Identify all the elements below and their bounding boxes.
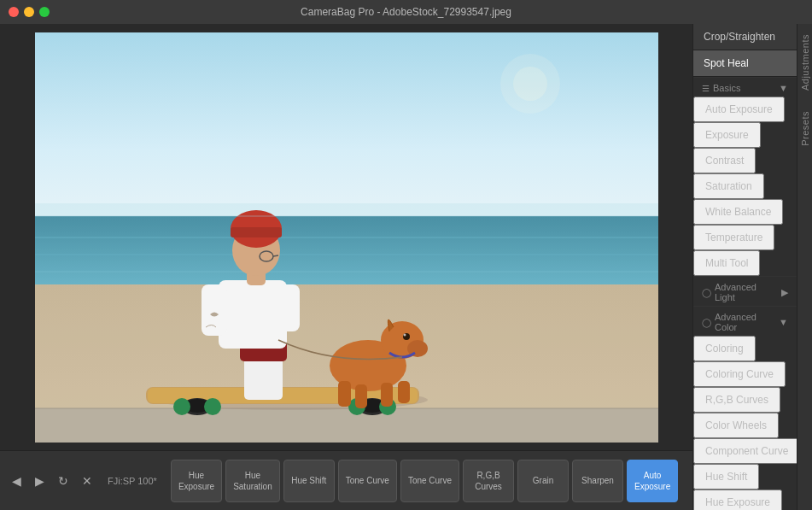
spot-heal-button[interactable]: Spot Heal [693,50,797,77]
svg-rect-29 [231,227,282,237]
presets-tab[interactable]: Presets [797,101,812,156]
close-edit-button[interactable]: ✕ [77,471,97,491]
adj-item[interactable]: Multi Tool [693,250,760,276]
svg-rect-24 [202,284,227,336]
svg-line-31 [273,255,278,256]
adj-scroll[interactable]: ☰ Basics ▼ Auto ExposureExposureContrast… [693,77,797,510]
svg-rect-23 [219,280,287,349]
adj-item[interactable]: Saturation [693,173,764,199]
adv-color-expand-icon: ▼ [779,317,788,327]
right-panel: Crop/Straighten Spot Heal ☰ Basics ▼ Aut… [692,24,812,510]
window-title: CameraBag Pro - AdobeStock_72993547.jpeg [301,6,511,18]
forward-button[interactable]: ▶ [30,471,50,491]
basics-expand-icon: ▼ [779,83,788,93]
preset-button-7[interactable]: Sharpen [572,460,623,502]
svg-rect-0 [35,32,658,229]
refresh-button[interactable]: ↻ [53,471,73,491]
crop-straighten-button[interactable]: Crop/Straighten [693,24,797,50]
svg-rect-39 [381,383,393,407]
adj-item[interactable]: Temperature [693,225,774,250]
svg-rect-2 [35,216,658,289]
title-bar: CameraBag Pro - AdobeStock_72993547.jpeg [0,0,812,24]
svg-rect-25 [278,284,300,331]
side-tabs: Adjustments Presets [797,24,812,510]
basics-label: Basics [713,83,740,93]
bottom-toolbar: ◀ ▶ ↻ ✕ FJi:SP 100* Hue ExposureHue Satu… [0,450,692,510]
preset-button-2[interactable]: Hue Shift [283,460,335,502]
adv-color-label: Advanced Color [715,312,775,332]
preset-button-3[interactable]: Tone Curve [338,460,397,502]
image-container [0,24,692,450]
preset-button-8[interactable]: Auto Exposure [627,460,678,502]
adv-light-label: Advanced Light [715,282,778,302]
adv-light-expand-icon: ▶ [781,287,788,298]
adj-item[interactable]: R,G,B Curves [693,387,780,413]
main-layout: ◀ ▶ ↻ ✕ FJi:SP 100* Hue ExposureHue Satu… [0,24,812,510]
preset-button-1[interactable]: Hue Saturation [225,460,280,502]
photo-image [35,32,658,443]
adv-color-icon: ◯ [702,318,711,327]
adj-item[interactable]: Hue Exposure [693,489,782,510]
adj-item[interactable]: Contrast [693,148,756,173]
svg-point-42 [513,67,547,101]
back-button[interactable]: ◀ [7,471,26,491]
adj-item[interactable]: Exposure [693,122,761,148]
preset-button-6[interactable]: Grain [517,460,569,502]
basics-items: Auto ExposureExposureContrastSaturationW… [693,97,797,276]
preset-buttons: Hue ExposureHue SaturationHue ShiftTone … [171,460,678,502]
adj-item[interactable]: Coloring Curve [693,361,786,387]
adj-item[interactable]: Auto Exposure [693,97,785,122]
basics-icon: ☰ [702,84,710,93]
svg-rect-37 [338,381,351,407]
status-text: FJi:SP 100* [101,476,164,486]
close-button[interactable] [9,7,19,17]
preset-button-0[interactable]: Hue Exposure [171,460,222,502]
adj-item[interactable]: Coloring [693,336,756,361]
adv-light-section-header: ◯ Advanced Light ▶ [693,276,797,306]
svg-point-36 [403,333,406,336]
adv-color-items: ColoringColoring CurveR,G,B CurvesColor … [693,336,797,510]
adv-light-icon: ◯ [702,288,711,297]
top-buttons: Crop/Straighten Spot Heal [693,24,797,77]
maximize-button[interactable] [39,7,50,17]
svg-rect-8 [35,408,658,443]
svg-point-17 [173,398,190,415]
adj-item[interactable]: Component Curve [693,438,797,464]
adj-item[interactable]: White Balance [693,199,783,225]
canvas-area: ◀ ▶ ↻ ✕ FJi:SP 100* Hue ExposureHue Satu… [0,24,692,510]
svg-rect-38 [355,384,367,408]
preset-button-4[interactable]: Tone Curve [400,460,459,502]
preset-button-5[interactable]: R,G,B Curves [463,460,514,502]
adj-item[interactable]: Color Wheels [693,413,779,438]
svg-point-18 [204,398,221,415]
adj-item[interactable]: Hue Shift [693,464,759,489]
adjustments-tab[interactable]: Adjustments [797,24,812,101]
adv-color-section-header: ◯ Advanced Color ▼ [693,306,797,336]
adjustments-panel: Crop/Straighten Spot Heal ☰ Basics ▼ Aut… [693,24,797,510]
minimize-button[interactable] [24,7,34,17]
svg-rect-40 [398,381,410,403]
traffic-lights [9,7,50,17]
basics-section-header: ☰ Basics ▼ [693,77,797,97]
